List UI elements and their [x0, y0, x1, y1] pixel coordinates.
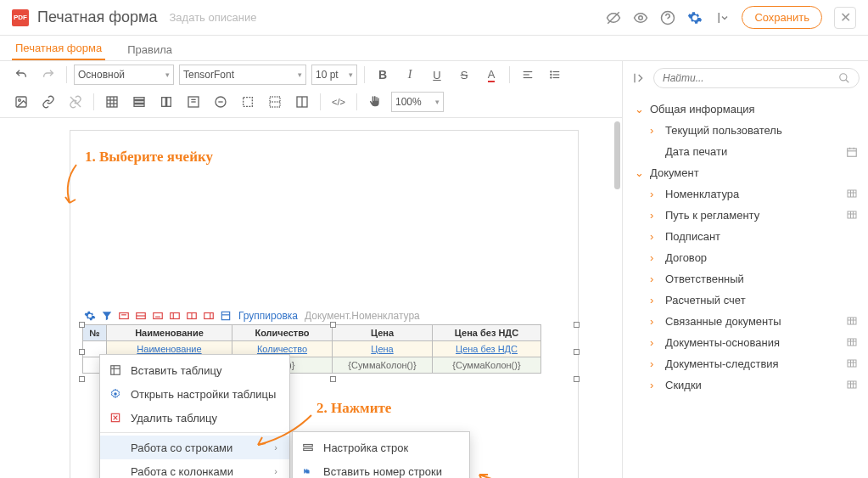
svg-rect-49: [221, 312, 229, 319]
td-price-novat[interactable]: Цена без НДС: [433, 341, 541, 357]
font-select[interactable]: TensorFont▾: [179, 65, 306, 85]
collapse-panel-icon[interactable]: [631, 71, 647, 85]
ctx-open-settings[interactable]: Открыть настройки таблицы: [100, 382, 289, 406]
svg-point-11: [551, 71, 552, 72]
svg-rect-62: [304, 445, 313, 447]
code-button[interactable]: </>: [328, 92, 350, 112]
search-icon[interactable]: [838, 72, 850, 84]
rownum-icon: №: [301, 464, 315, 478]
table-mini-7[interactable]: [218, 308, 233, 323]
more-split-icon[interactable]: [714, 10, 730, 25]
svg-line-74: [846, 80, 849, 83]
tree-item-related-docs[interactable]: ›Связанные документы: [631, 311, 863, 332]
tree-item-signer[interactable]: ›Подписант: [631, 226, 863, 247]
ctx-row-settings[interactable]: Настройка строк: [293, 436, 469, 459]
table-mini-5[interactable]: [184, 308, 199, 323]
list-button[interactable]: [544, 65, 566, 85]
tree-group-general[interactable]: ⌄Общая информация: [631, 98, 863, 120]
tree-item-account[interactable]: ›Расчетный счет: [631, 290, 863, 311]
tree-group-document[interactable]: ⌄Документ: [631, 162, 863, 183]
align-button[interactable]: [517, 65, 539, 85]
close-button[interactable]: ✕: [834, 7, 856, 29]
save-button[interactable]: Сохранить: [742, 6, 822, 29]
ctx-cols-submenu[interactable]: Работа с колонками›: [100, 459, 289, 478]
font-color-button[interactable]: A: [480, 65, 502, 85]
italic-button[interactable]: I: [399, 65, 421, 85]
chevron-right-icon: ›: [274, 466, 277, 476]
tb-icon-7[interactable]: [291, 92, 313, 112]
table-button[interactable]: [101, 92, 123, 112]
ctx-insert-row-number[interactable]: №Вставить номер строки: [293, 459, 469, 478]
redo-button[interactable]: [37, 65, 59, 85]
tab-rules[interactable]: Правила: [124, 38, 176, 60]
grouping-link[interactable]: Группировка: [238, 310, 298, 322]
app-header: PDF Печатная форма Задать описание Сохра…: [0, 0, 868, 36]
td-sum-4[interactable]: {СуммаКолон()}: [433, 357, 541, 374]
tb-icon-6[interactable]: [264, 92, 286, 112]
canvas[interactable]: 1. Выберите ячейку Группировка Документ.…: [0, 118, 622, 478]
tree-item-current-user[interactable]: ›Текущий пользователь: [631, 120, 863, 141]
table-mini-2[interactable]: [133, 308, 148, 323]
table-mini-4[interactable]: [167, 308, 182, 323]
svg-point-12: [551, 74, 552, 75]
image-button[interactable]: [10, 92, 32, 112]
ctx-rows-submenu[interactable]: Работа со строками›: [100, 436, 289, 459]
size-select[interactable]: 10 pt▾: [311, 65, 357, 85]
ctx-insert-table[interactable]: Вставить таблицу: [100, 358, 289, 382]
td-price[interactable]: Цена: [333, 341, 433, 357]
tree-item-discounts[interactable]: ›Скидки: [631, 374, 863, 396]
th-price-novat[interactable]: Цена без НДС: [433, 325, 541, 341]
style-select[interactable]: Основной▾: [74, 65, 174, 85]
ctx-delete-table[interactable]: Удалить таблицу: [100, 406, 289, 430]
chevron-right-icon: ›: [650, 188, 660, 200]
th-name[interactable]: Наименование: [107, 325, 232, 341]
search-box[interactable]: [653, 68, 860, 88]
help-icon[interactable]: [660, 10, 675, 25]
calendar-icon: [846, 146, 860, 158]
tb-icon-3[interactable]: [182, 92, 204, 112]
strike-button[interactable]: S: [453, 65, 475, 85]
th-num[interactable]: №: [83, 325, 107, 341]
tb-icon-1[interactable]: [128, 92, 150, 112]
gear-icon[interactable]: [687, 10, 703, 25]
doc-title: Печатная форма: [37, 8, 158, 26]
tb-icon-2[interactable]: [155, 92, 177, 112]
tree-item-responsible[interactable]: ›Ответственный: [631, 268, 863, 290]
tb-icon-4[interactable]: [210, 92, 232, 112]
svg-rect-83: [848, 211, 856, 218]
underline-button[interactable]: U: [426, 65, 448, 85]
eye-off-icon[interactable]: [606, 10, 621, 25]
search-input[interactable]: [663, 72, 838, 84]
table-icon: [109, 363, 122, 377]
svg-rect-63: [304, 448, 313, 450]
tree-item-nomenclature[interactable]: ›Номенклатура: [631, 183, 863, 205]
tree-item-contract[interactable]: ›Договор: [631, 247, 863, 268]
undo-button[interactable]: [10, 65, 32, 85]
tree-item-print-date[interactable]: ›Дата печати: [631, 141, 863, 162]
tb-icon-5[interactable]: [237, 92, 259, 112]
tree-item-effect-docs[interactable]: ›Документы-следствия: [631, 353, 863, 374]
tree-item-base-docs[interactable]: ›Документы-основания: [631, 332, 863, 353]
hand-tool-button[interactable]: [364, 92, 386, 112]
tree-item-reglament-path[interactable]: ›Путь к регламенту: [631, 205, 863, 226]
td-sum-3[interactable]: {СуммаКолон()}: [333, 357, 433, 374]
tree-label: Общая информация: [650, 103, 860, 115]
chevron-right-icon: ›: [650, 336, 660, 349]
table-filter-icon[interactable]: [99, 308, 115, 323]
set-description[interactable]: Задать описание: [170, 11, 257, 24]
vertical-scrollbar[interactable]: [614, 121, 620, 189]
table-mini-3[interactable]: [150, 308, 165, 323]
th-qty[interactable]: Количество: [232, 325, 333, 341]
unlink-button[interactable]: [64, 92, 87, 112]
th-price[interactable]: Цена: [333, 325, 433, 341]
tree-label: Ответственный: [665, 273, 860, 285]
bold-button[interactable]: B: [372, 65, 394, 85]
link-button[interactable]: [37, 92, 59, 112]
tab-print-form[interactable]: Печатная форма: [12, 37, 105, 60]
zoom-select[interactable]: 100%▾: [391, 92, 444, 112]
table-mini-6[interactable]: [201, 308, 216, 323]
eye-icon[interactable]: [633, 10, 648, 25]
table-mini-1[interactable]: [116, 308, 132, 323]
ctx-label: Открыть настройки таблицы: [131, 388, 276, 401]
svg-rect-25: [162, 98, 166, 107]
